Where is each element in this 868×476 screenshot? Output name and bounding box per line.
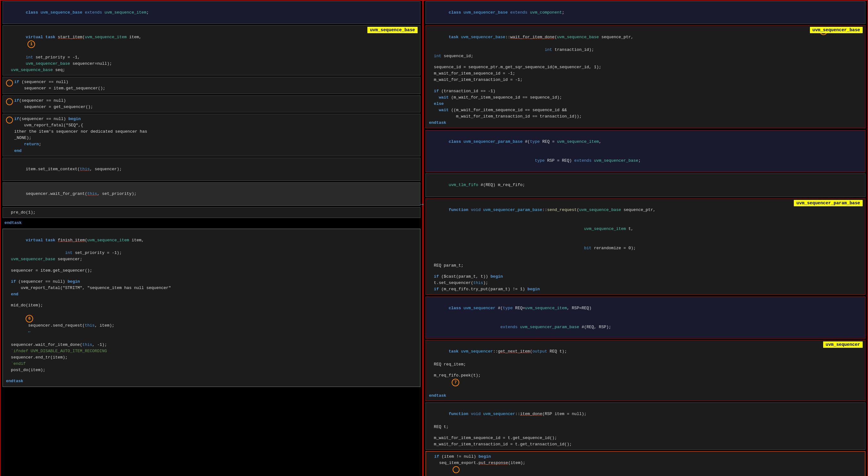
finish-item-seq: uvm_sequencer_base sequencer; (6, 256, 417, 263)
item-done-seqid: m_wait_for_item_sequence_id = t.get_sequ… (429, 435, 862, 441)
wait-for-grant-line: sequencer.wait_for_grant(this, set_prior… (6, 184, 417, 203)
item-done-req: REQ t; (429, 424, 862, 430)
finish-item-header1: virtual task finish_item(uvm_sequence_it… (6, 231, 417, 250)
if1-line2: sequencer = item.get_sequencer(); (14, 85, 105, 92)
wfid-header1: task uvm_sequencer_base::wait_for_item_d… (429, 28, 862, 47)
if2-line1: if(sequencer == null) (14, 98, 93, 104)
wfid-endtask: endtask (429, 120, 862, 126)
gni-endtask: endtask (429, 393, 862, 399)
item-done-header: function void uvm_sequencer::item_done(R… (429, 405, 862, 423)
finish-item-fatal: uvm_report_fatal("STRITM", "sequence_ite… (6, 285, 417, 291)
finish-endif: `endif (6, 361, 417, 367)
send-request-block: uvm_sequencer_param_base → function void… (426, 198, 866, 295)
if-block-3: if(sequencer == null) begin uvm_report_f… (2, 114, 421, 156)
finish-post-do: post_do(item); (6, 367, 417, 373)
left-class-header: class uvm_sequence_base extends uvm_sequ… (2, 1, 421, 24)
endtask-1: endtask (1, 219, 422, 227)
if-item-null-block: if (item != null) begin seq_item_export.… (426, 451, 866, 476)
sequencer-header2: extends uvm_sequencer_param_base #(REQ, … (429, 318, 862, 337)
wait-for-grant-block: sequencer.wait_for_grant(this, set_prior… (2, 182, 421, 206)
param-base-line1: class uvm_sequencer_param_base #(type RE… (429, 132, 862, 151)
sequencer-label: uvm_sequencer (823, 341, 863, 348)
endtask-2-line: endtask (6, 378, 417, 384)
if3-line1: if(sequencer == null) begin (14, 116, 147, 122)
param-base-label: uvm_sequencer_param_base (794, 200, 863, 206)
if-block-1: if (sequencer == null) sequencer = item.… (2, 77, 421, 94)
if3-end: end (14, 148, 147, 154)
gni-header: task uvm_sequencer::get_next_item(output… (429, 342, 862, 361)
arrow-to-send-request: → (420, 201, 424, 208)
if3-line4: _NONE); (14, 135, 147, 141)
if-block-2: if(sequencer == null) sequencer = get_se… (2, 95, 421, 113)
wfid-wait2: m_wait_for_item_transaction_id = -1; (429, 77, 862, 83)
wfid-header2: int transaction_id); (429, 47, 862, 53)
sequencer-header1: class uvm_sequencer #(type REQ=uvm_seque… (429, 298, 862, 318)
start-item-seq: uvm_sequence_base seq; (6, 67, 417, 73)
if-item-line1: if (item != null) begin (429, 453, 862, 460)
finish-end-tr: sequencer.end_tr(item); (6, 354, 417, 361)
start-item-block: uvm_sequence_base virtual task start_ite… (2, 25, 421, 76)
right-class-header: class uvm_sequencer_base extends uvm_com… (426, 1, 866, 24)
finish-item-getseq: sequencer = item.get_sequencer(); (6, 268, 417, 274)
left-panel: class uvm_sequence_base extends uvm_sequ… (0, 0, 423, 476)
if3-line5: return; (14, 141, 147, 148)
wfid-wait-seq: wait (m_wait_for_item_sequence_id == seq… (429, 94, 862, 101)
param-base-line2: type RSP = REQ) extends uvm_sequencer_ba… (429, 151, 862, 170)
wfid-wait-both: wait ((m_wait_for_item_sequence_id == se… (429, 107, 862, 113)
gni-peek: m_req_fifo.peek(t); 7 (429, 373, 862, 393)
send-req-if-cast: if ($cast(param_t, t)) begin (429, 273, 862, 280)
sequencer-base-label-1: uvm_sequencer_base (810, 27, 863, 33)
send-req-header3: bit rerandomize = 0); (429, 239, 862, 258)
send-req-header2: uvm_sequence_item t, (429, 219, 862, 238)
wfid-seqid: sequence_id = sequence_ptr.m_get_sqr_seq… (429, 64, 862, 70)
wfid-wait1: m_wait_for_item_sequence_id = -1; (429, 70, 862, 77)
wfid-line1: int sequence_id; (429, 53, 862, 59)
param-base-class-header: class uvm_sequencer_param_base #(type RE… (426, 130, 866, 172)
wfid-else: else (429, 101, 862, 107)
sequencer-class-header: class uvm_sequencer #(type REQ=uvm_seque… (426, 297, 866, 338)
endtask-1-line: endtask (4, 220, 418, 226)
finish-send-req: 6 sequencer.send_request(this, item); ← (6, 308, 417, 342)
finish-item-end1: end (6, 291, 417, 298)
if3-line3: ither the item's sequencer nor dedicated… (14, 128, 147, 135)
wfid-wait-both2: m_wait_for_item_transaction_id == transa… (429, 113, 862, 120)
start-item-line1: virtual task start_item(uvm_sequence_ite… (6, 28, 417, 54)
right-class-header-text: class uvm_sequencer_base extends uvm_com… (429, 10, 564, 21)
start-item-label: uvm_sequence_base (367, 27, 417, 33)
left-class-header-text: class uvm_sequence_base extends uvm_sequ… (6, 10, 149, 21)
pre-do-block: pre_do(1); (2, 207, 421, 218)
item-done-block: function void uvm_sequencer::item_done(R… (426, 403, 866, 450)
finish-ifndef: `ifndef UVM_DISABLE_AUTO_ITEM_RECORDING (6, 348, 417, 354)
tlm-fifo-line: uvm_tlm_fifo #(REQ) m_req_fifo; (429, 176, 862, 195)
tlm-fifo-block: uvm_tlm_fifo #(REQ) m_req_fifo; (426, 173, 866, 197)
finish-item-if: if (sequencer == null) begin (6, 278, 417, 285)
if-item-line2: seq_item_export.put_response(item); (429, 460, 862, 476)
send-req-set-seq: t.set_sequencer(this); (429, 280, 862, 286)
get-next-item-block: uvm_sequencer task uvm_sequencer::get_ne… (426, 340, 866, 401)
right-panel: class uvm_sequencer_base extends uvm_com… (423, 0, 868, 476)
finish-wait-item: sequencer.wait_for_item_done(this, -1); (6, 342, 417, 348)
finish-mid-do: mid_do(item); (6, 302, 417, 308)
if2-line2: sequencer = get_sequencer(); (14, 104, 93, 110)
send-req-param: REQ param_t; (429, 263, 862, 269)
wfid-if: if (transaction_id == -1) (429, 88, 862, 94)
set-item-context-line: item.set_item_context(this, sequencer); (6, 160, 417, 179)
finish-item-header2: int set_priority = -1); (6, 250, 417, 256)
gni-req: REQ req_item; (429, 361, 862, 368)
wait-for-item-done-block: uvm_sequencer_base 8 task uvm_sequencer_… (426, 25, 866, 128)
item-done-transid: m_wait_for_item_transaction_id = t.get_t… (429, 441, 862, 448)
finish-item-block: virtual task finish_item(uvm_sequence_it… (2, 229, 421, 387)
if3-line2: uvm_report_fatal("SEQ",{ (14, 122, 147, 128)
send-req-try-put: if (m_req_fifo.try_put(param_t) != 1) be… (429, 286, 862, 293)
start-item-line2: int set_priority = -1, (6, 54, 417, 61)
if1-line1: if (sequencer == null) (14, 79, 105, 85)
set-item-context-block: item.set_item_context(this, sequencer); (2, 158, 421, 181)
start-item-line3: uvm_sequencer_base sequencer=null); (6, 61, 417, 67)
pre-do-line: pre_do(1); (6, 209, 417, 216)
main-container: class uvm_sequence_base extends uvm_sequ… (0, 0, 868, 476)
